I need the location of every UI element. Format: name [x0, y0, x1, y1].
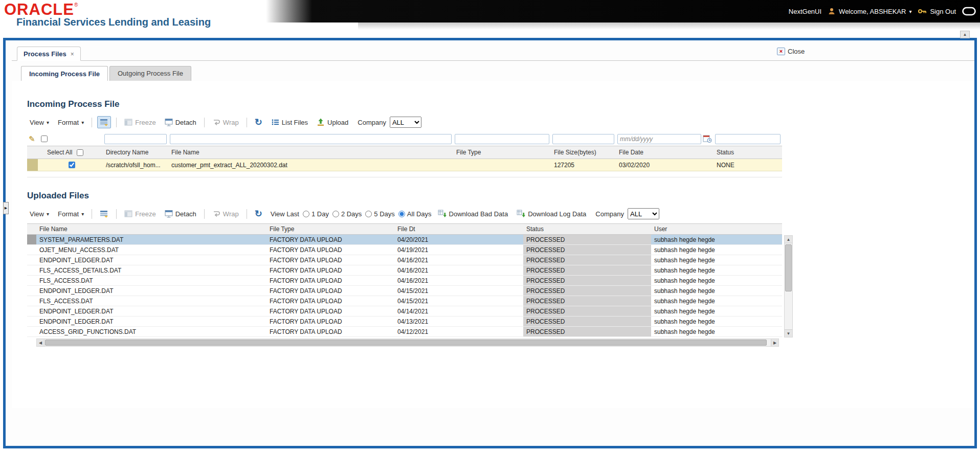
- filter-directory-input[interactable]: [104, 134, 167, 144]
- column-header-select-all[interactable]: Select All: [38, 149, 103, 156]
- table-row[interactable]: OJET_MENU_ACCESS.DATFACTORY DATA UPLOAD0…: [27, 245, 782, 255]
- tab-process-files[interactable]: Process Files ×: [17, 47, 81, 61]
- row-selector[interactable]: [27, 235, 36, 244]
- query-by-example-button[interactable]: [97, 208, 111, 220]
- upload-button[interactable]: Upload: [314, 117, 351, 128]
- download-log-data-icon: [517, 210, 525, 218]
- vertical-scrollbar-thumb[interactable]: [785, 244, 792, 291]
- freeze-button[interactable]: Freeze: [122, 117, 158, 128]
- scroll-up-button[interactable]: ▲: [785, 236, 792, 243]
- format-menu[interactable]: Format ▾: [55, 117, 86, 128]
- page-scrollbar-up-button[interactable]: ▲: [960, 31, 970, 38]
- table-row[interactable]: ENDPOINT_LEDGER.DATFACTORY DATA UPLOAD04…: [27, 317, 782, 327]
- row-selector[interactable]: [27, 255, 36, 265]
- view-menu[interactable]: View ▾: [27, 209, 52, 219]
- scroll-down-button[interactable]: ▼: [785, 329, 792, 337]
- wrap-button[interactable]: Wrap: [210, 208, 241, 219]
- download-bad-data-label: Download Bad Data: [449, 210, 508, 218]
- column-header-status[interactable]: Status: [523, 224, 651, 234]
- query-by-example-button[interactable]: [97, 116, 111, 128]
- column-header-file-date[interactable]: File Date: [616, 149, 714, 156]
- company-select[interactable]: ALL: [628, 208, 659, 219]
- header-fade: [358, 22, 980, 30]
- filter-file-type-input[interactable]: [455, 134, 549, 144]
- view-menu[interactable]: View ▾: [27, 117, 52, 128]
- table-row[interactable]: ACCESS_GRID_FUNCTIONS.DATFACTORY DATA UP…: [27, 327, 782, 337]
- user-menu[interactable]: Welcome, ABSHEKAR ▾: [828, 7, 911, 15]
- column-header-file-dt[interactable]: File Dt: [394, 225, 523, 233]
- scroll-right-button[interactable]: ▶: [771, 339, 778, 346]
- list-files-button[interactable]: List Files: [269, 117, 310, 128]
- format-menu[interactable]: Format ▾: [55, 209, 86, 219]
- company-select[interactable]: ALL: [390, 117, 421, 128]
- radio-2-days-input[interactable]: [332, 211, 339, 217]
- column-header-directory-name[interactable]: Directory Name: [103, 149, 168, 156]
- refresh-button[interactable]: ↻: [252, 208, 265, 219]
- column-header-file-name[interactable]: File Name: [168, 149, 453, 156]
- table-row[interactable]: ENDPOINT_LEDGER.DATFACTORY DATA UPLOAD04…: [27, 286, 782, 296]
- table-row[interactable]: FLS_ACCESS_DETAILS.DATFACTORY DATA UPLOA…: [27, 265, 782, 276]
- row-selector[interactable]: [27, 317, 36, 326]
- filter-file-name-input[interactable]: [170, 134, 452, 144]
- refresh-button[interactable]: ↻: [252, 117, 265, 128]
- column-header-file-type[interactable]: File Type: [453, 149, 551, 156]
- row-selector[interactable]: [27, 327, 36, 336]
- filter-status-input[interactable]: [715, 134, 781, 144]
- vertical-scrollbar[interactable]: ▲ ▼: [784, 235, 793, 337]
- close-button[interactable]: × Close: [777, 48, 805, 55]
- row-selector[interactable]: [27, 306, 36, 316]
- detach-button[interactable]: Detach: [162, 117, 199, 128]
- table-row[interactable]: /scratch/ofsll_hom... customer_pmt_extra…: [27, 159, 782, 171]
- row-select-checkbox[interactable]: [69, 162, 75, 168]
- file-name-cell: ENDPOINT_LEDGER.DAT: [36, 308, 266, 315]
- table-row[interactable]: ENDPOINT_LEDGER.DATFACTORY DATA UPLOAD04…: [27, 255, 782, 265]
- filter-file-date-input[interactable]: [617, 134, 701, 144]
- radio-5-days[interactable]: 5 Days: [365, 210, 394, 218]
- horizontal-scrollbar-thumb[interactable]: [45, 340, 767, 346]
- user-cell: subhash hegde hegde: [651, 328, 782, 335]
- power-icon[interactable]: [962, 7, 976, 16]
- detach-button[interactable]: Detach: [162, 208, 199, 219]
- row-selector[interactable]: [27, 245, 36, 255]
- filter-select-checkbox[interactable]: [41, 135, 48, 142]
- horizontal-scrollbar[interactable]: ◀ ▶: [36, 338, 779, 347]
- user-cell: subhash hegde hegde: [651, 277, 782, 284]
- filter-file-size-input[interactable]: [552, 134, 614, 144]
- status-cell: PROCESSED: [523, 265, 651, 275]
- select-all-checkbox[interactable]: [77, 149, 83, 156]
- edit-filter-icon[interactable]: ✎: [29, 134, 35, 144]
- table-row[interactable]: ENDPOINT_LEDGER.DATFACTORY DATA UPLOAD04…: [27, 306, 782, 317]
- calendar-icon[interactable]: [703, 134, 712, 143]
- nextgenui-link[interactable]: NextGenUI: [789, 8, 821, 15]
- freeze-button[interactable]: Freeze: [122, 208, 158, 219]
- download-bad-data-button[interactable]: Download Bad Data: [435, 208, 511, 219]
- row-selector[interactable]: [27, 265, 36, 275]
- row-selector[interactable]: [27, 276, 36, 285]
- radio-1-day-input[interactable]: [303, 211, 309, 217]
- radio-5-days-input[interactable]: [365, 211, 372, 217]
- scroll-left-button[interactable]: ◀: [37, 339, 44, 346]
- table-row[interactable]: SYSTEM_PARAMETERS.DATFACTORY DATA UPLOAD…: [27, 235, 782, 245]
- radio-all-days[interactable]: All Days: [398, 210, 432, 218]
- radio-1-day[interactable]: 1 Day: [303, 210, 329, 218]
- row-selector[interactable]: [27, 286, 36, 296]
- sign-out-button[interactable]: Sign Out: [918, 8, 956, 15]
- column-header-user[interactable]: User: [651, 225, 782, 233]
- column-header-file-type[interactable]: File Type: [266, 225, 394, 233]
- wrap-button[interactable]: Wrap: [210, 117, 241, 128]
- splitter-handle[interactable]: ▶: [3, 202, 9, 214]
- table-row[interactable]: FLS_ACCESS.DATFACTORY DATA UPLOAD04/15/2…: [27, 296, 782, 306]
- column-header-file-size[interactable]: File Size(bytes): [551, 149, 616, 156]
- row-selector[interactable]: [27, 159, 38, 171]
- table-row[interactable]: FLS_ACCESS.DATFACTORY DATA UPLOAD04/16/2…: [27, 276, 782, 286]
- tab-close-icon[interactable]: ×: [71, 51, 74, 58]
- company-label: Company: [358, 119, 386, 126]
- row-selector[interactable]: [27, 296, 36, 306]
- download-log-data-button[interactable]: Download Log Data: [514, 208, 589, 219]
- radio-all-days-input[interactable]: [398, 211, 405, 217]
- column-header-file-name[interactable]: File Name: [36, 225, 266, 233]
- tab-incoming-process-file[interactable]: Incoming Process File: [21, 66, 108, 81]
- column-header-status[interactable]: Status: [714, 149, 782, 156]
- tab-outgoing-process-file[interactable]: Outgoing Process File: [109, 66, 191, 81]
- radio-2-days[interactable]: 2 Days: [332, 210, 362, 218]
